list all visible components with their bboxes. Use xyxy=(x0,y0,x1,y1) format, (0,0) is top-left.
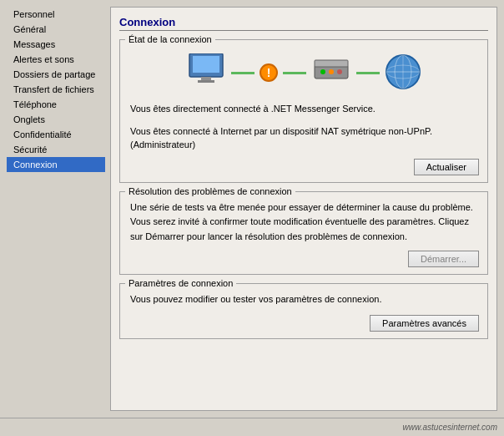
sidebar-item-confidentialite[interactable]: Confidentialité xyxy=(7,127,105,142)
refresh-button[interactable]: Actualiser xyxy=(414,159,479,175)
status-text-2: Vous êtes connecté à Internet par un dis… xyxy=(127,119,481,155)
connection-status-label: État de la connexion xyxy=(125,34,215,44)
params-description: Vous pouvez modifier ou tester vos param… xyxy=(127,289,481,312)
panel-title: Connexion xyxy=(119,16,488,31)
line-segment-3 xyxy=(356,72,380,74)
sidebar-item-alertes-sons[interactable]: Alertes et sons xyxy=(7,52,105,67)
green-line-3 xyxy=(356,72,380,74)
start-button[interactable]: Démarrer... xyxy=(408,251,479,267)
problem-section-label: Résolution des problèmes de connexion xyxy=(125,186,295,196)
content-panel: Connexion État de la connexion xyxy=(110,7,497,411)
start-button-row: Démarrer... xyxy=(127,251,481,267)
sidebar-item-general[interactable]: Général xyxy=(7,22,105,37)
advanced-button[interactable]: Paramètres avancés xyxy=(370,315,479,332)
svg-point-8 xyxy=(337,69,342,74)
line-segment-2 xyxy=(283,72,306,74)
params-section: Paramètres de connexion Vous pouvez modi… xyxy=(119,283,488,339)
connection-icons-row: ! xyxy=(127,45,481,97)
params-section-label: Paramètres de connexion xyxy=(125,278,236,288)
computer-icon xyxy=(186,53,226,92)
green-line-1 xyxy=(231,72,255,74)
sidebar-item-transfert-fichiers[interactable]: Transfert de fichiers xyxy=(7,82,105,97)
router-icon xyxy=(311,57,351,89)
refresh-button-row: Actualiser xyxy=(127,159,481,175)
advanced-button-row: Paramètres avancés xyxy=(127,315,481,332)
problem-section: Résolution des problèmes de connexion Un… xyxy=(119,191,488,276)
green-line-2 xyxy=(283,72,306,74)
status-text-1: Vous êtes directement connecté à .NET Me… xyxy=(127,97,481,119)
globe-icon xyxy=(385,53,421,92)
sidebar-item-telephone[interactable]: Téléphone xyxy=(7,97,105,112)
sidebar-item-personnel[interactable]: Personnel xyxy=(7,7,105,22)
footer-bar: www.astucesinternet.com xyxy=(0,418,504,436)
problem-description: Une série de tests va être menée pour es… xyxy=(127,197,481,248)
svg-rect-2 xyxy=(201,77,211,80)
footer-text: www.astucesinternet.com xyxy=(403,423,497,432)
sidebar-item-connexion[interactable]: Connexion xyxy=(7,157,105,172)
sidebar-item-securite[interactable]: Sécurité xyxy=(7,142,105,157)
warning-icon: ! xyxy=(260,63,278,82)
sidebar-item-onglets[interactable]: Onglets xyxy=(7,112,105,127)
svg-rect-5 xyxy=(315,60,348,67)
sidebar: Personnel Général Messages Alertes et so… xyxy=(7,7,105,411)
sidebar-item-messages[interactable]: Messages xyxy=(7,37,105,52)
svg-rect-1 xyxy=(193,56,219,73)
svg-point-6 xyxy=(320,69,325,74)
svg-point-7 xyxy=(329,69,334,74)
svg-rect-3 xyxy=(198,80,214,83)
line-segment-1 xyxy=(231,72,255,74)
connection-status-section: État de la connexion xyxy=(119,39,488,183)
sidebar-item-dossiers-partage[interactable]: Dossiers de partage xyxy=(7,67,105,82)
